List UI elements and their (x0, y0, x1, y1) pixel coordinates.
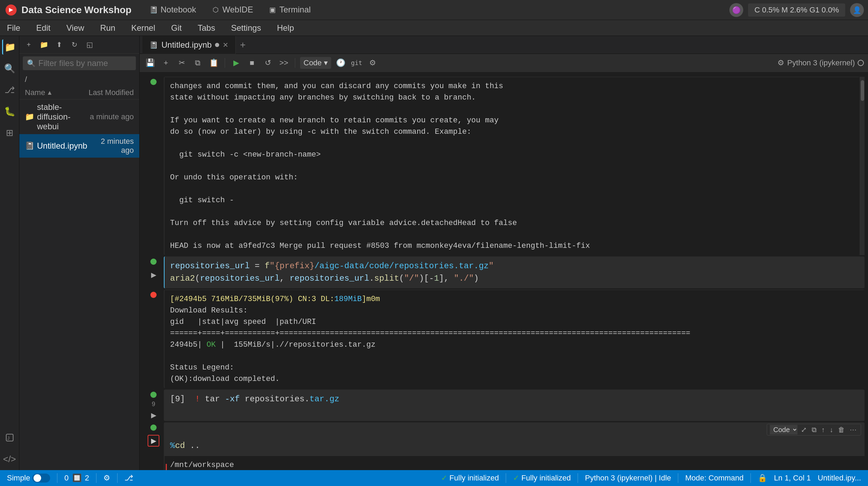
run-cell-btn[interactable]: ▶ (148, 409, 159, 421)
menu-view[interactable]: View (64, 22, 87, 34)
copy-cell-icon[interactable]: ⧉ (810, 425, 818, 434)
topbar-right: 🟣 C 0.5% M 2.6% G1 0.0% 👤 (729, 3, 864, 17)
restart-run-btn[interactable]: >> (278, 57, 290, 69)
avatar: 🟣 (729, 3, 743, 17)
delete-cell-icon[interactable]: 🗑 (837, 425, 846, 434)
activity-git[interactable]: ⎇ (2, 82, 17, 97)
menu-edit[interactable]: Edit (34, 22, 53, 34)
cell-tar: 9 ▶ [9] ! tar -xf repositories.tar.gz (143, 390, 865, 421)
cursor-position: Ln 1, Col 1 (774, 474, 811, 483)
activity-search[interactable]: 🔍 (2, 61, 17, 76)
collapse-btn[interactable]: ◱ (84, 39, 95, 50)
run-cell-btn[interactable]: ▶ (148, 269, 159, 281)
activity-jobs[interactable]: J (2, 430, 17, 445)
cell-content[interactable]: repositories_url = f"{prefix}/aigc-data/… (164, 256, 865, 288)
cell-content[interactable]: [9] ! tar -xf repositories.tar.gz (164, 390, 865, 421)
notebook-tabs: 📓 Untitled.ipynb ✕ + (140, 36, 868, 54)
activity-debug[interactable]: 🐛 (2, 104, 17, 119)
notebook-tab-name: Untitled.ipynb (161, 40, 212, 50)
refresh-btn[interactable]: ↻ (68, 39, 80, 50)
notebook-tab-add[interactable]: + (236, 38, 250, 52)
git-btn[interactable]: git (351, 57, 363, 69)
file-item-untitled-ipynb[interactable]: 📓 Untitled.ipynb 2 minutes ago (19, 134, 139, 158)
sidebar-toolbar: + 📁 ⬆ ↻ ◱ (19, 36, 139, 54)
notebook-file-icon: 📓 (25, 141, 34, 150)
user-avatar[interactable]: 👤 (850, 3, 864, 17)
paste-btn[interactable]: 📋 (207, 57, 220, 69)
menu-tabs[interactable]: Tabs (195, 22, 218, 34)
git-icon: ⎇ (124, 474, 133, 483)
run-btn[interactable]: ▶ (230, 57, 242, 69)
expand-icon[interactable]: ⤢ (800, 425, 808, 434)
statusbar: Simple 0 🔲 2 ⚙ ⎇ ✓ Fully initialized ✓ F… (0, 470, 868, 486)
simple-toggle[interactable] (32, 474, 50, 483)
initialized2: ✓ Fully initialized (513, 474, 571, 483)
new-file-btn[interactable]: + (23, 39, 35, 50)
cell-content[interactable]: changes and commit them, and you can dis… (164, 77, 860, 255)
add-cell-btn[interactable]: + (160, 57, 172, 69)
cell-type-select-inline[interactable]: Code (770, 425, 797, 434)
new-folder-btn[interactable]: 📁 (38, 39, 50, 50)
notebook-tab-icon: 📓 (149, 41, 158, 49)
menu-run[interactable]: Run (97, 22, 118, 34)
main-layout: 📁 🔍 ⎇ 🐛 ⊞ J </> + 📁 ⬆ ↻ ◱ 🔍 / Name (0, 36, 868, 470)
tab-webide[interactable]: ⬡ WebIDE (204, 0, 261, 20)
status-sep4 (506, 473, 506, 483)
cells-container[interactable]: changes and commit them, and you can dis… (140, 72, 868, 470)
check-icon1: ✓ (441, 474, 447, 483)
menu-settings[interactable]: Settings (228, 22, 264, 34)
cell-input-code[interactable]: repositories_url = f"{prefix}/aigc-data/… (165, 256, 865, 288)
copy-btn[interactable]: ⧉ (192, 57, 204, 69)
clock-btn[interactable]: 🕐 (335, 57, 347, 69)
tab-notebook[interactable]: 📓 Notebook (142, 0, 204, 20)
run-cell-btn-highlighted[interactable]: ▶ (148, 435, 159, 447)
cell-cd: ▶ Code ⤢ ⧉ ↑ ↓ 🗑 ⋯ %cd .. / (143, 422, 865, 470)
cell-input-code[interactable]: %cd .. (165, 422, 865, 456)
filename-label: Untitled.ipy... (818, 474, 861, 483)
settings-btn[interactable]: ⚙ (366, 57, 379, 69)
activity-explorer[interactable]: 📁 (2, 39, 17, 55)
chevron-down-icon: ▾ (324, 58, 328, 67)
file-item-stable-diffusion[interactable]: 📁 stable-diffusion-webui a minute ago (19, 100, 139, 134)
simple-mode: Simple (7, 474, 50, 483)
status-sep1 (57, 473, 57, 483)
stop-btn[interactable]: ■ (246, 57, 258, 69)
restart-btn[interactable]: ↺ (262, 57, 274, 69)
lock-icon: 🔒 (758, 474, 767, 483)
save-btn[interactable]: 💾 (144, 57, 156, 69)
cell-content[interactable]: [#2494b5 716MiB/735MiB(97%) CN:3 DL:189M… (164, 290, 865, 388)
menu-kernel[interactable]: Kernel (129, 22, 158, 34)
git-branch-item: ⎇ (124, 474, 133, 483)
cell-content-active[interactable]: Code ⤢ ⧉ ↑ ↓ 🗑 ⋯ %cd .. /mnt/workspace (164, 422, 865, 470)
search-input[interactable] (38, 58, 132, 68)
folder-path: / (19, 73, 139, 86)
column-modified[interactable]: Last Modified (65, 88, 134, 97)
upload-btn[interactable]: ⬆ (53, 39, 65, 50)
section-count: 2 (85, 474, 89, 483)
kernel-status-label: Python 3 (ipykernel) | Idle (585, 474, 671, 483)
move-down-icon[interactable]: ↓ (828, 425, 834, 434)
notebook-tab[interactable]: 📓 Untitled.ipynb ✕ (142, 36, 236, 54)
tab-terminal[interactable]: ▣ Terminal (261, 0, 318, 20)
cell-input-code[interactable]: [9] ! tar -xf repositories.tar.gz (165, 390, 865, 409)
status-right: ✓ Fully initialized ✓ Fully initialized … (441, 473, 861, 483)
initialized1: ✓ Fully initialized (441, 474, 499, 483)
kernel-settings-icon[interactable]: ⚙ (777, 58, 784, 67)
cut-btn[interactable]: ✂ (176, 57, 188, 69)
topbar: Data Science Workshop 📓 Notebook ⬡ WebID… (0, 0, 868, 20)
move-up-icon[interactable]: ↑ (820, 425, 826, 434)
cell-gutter (143, 290, 164, 388)
menu-file[interactable]: File (4, 22, 23, 34)
notebook-icon: 📓 (149, 6, 158, 14)
activity-code[interactable]: </> (2, 451, 17, 467)
cell-type-select[interactable]: Code ▾ (300, 57, 331, 69)
notebook-tab-close[interactable]: ✕ (223, 41, 228, 49)
column-name[interactable]: Name ▲ (25, 88, 65, 97)
menu-help[interactable]: Help (274, 22, 297, 34)
more-icon[interactable]: ⋯ (848, 425, 858, 434)
menu-git[interactable]: Git (168, 22, 185, 34)
status-sep5 (578, 473, 578, 483)
activity-extensions[interactable]: ⊞ (2, 125, 17, 140)
kernel-circle (858, 60, 864, 66)
webide-icon: ⬡ (211, 6, 220, 14)
